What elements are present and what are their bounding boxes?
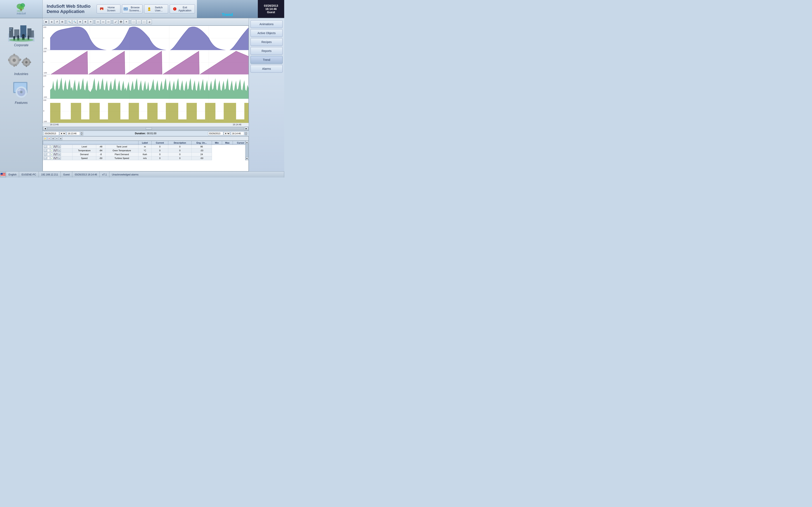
end-time-down-button[interactable]: ▼ xyxy=(245,134,247,135)
row-checkbox[interactable]: ✓ xyxy=(50,149,53,152)
edit-button[interactable]: 🖊 xyxy=(113,19,118,24)
table-scroll-down-button[interactable]: ▼ xyxy=(245,157,249,160)
reports-button[interactable]: Reports xyxy=(251,47,283,55)
language-label: English xyxy=(8,173,16,176)
row-2-label: Demand xyxy=(72,153,96,156)
row-2-eng_unit: Kwh xyxy=(138,153,151,156)
row-color-swatch xyxy=(47,149,50,152)
start-time-down-button[interactable]: ▼ xyxy=(81,134,83,135)
alarms-button[interactable]: Alarms xyxy=(251,65,283,73)
svg-point-13 xyxy=(148,7,150,9)
start-time-input[interactable] xyxy=(67,132,80,135)
svg-point-34 xyxy=(9,38,34,42)
row-0-min: 0 xyxy=(151,145,168,149)
status-language: English xyxy=(6,172,19,177)
row-settings-button[interactable]: … xyxy=(44,153,47,156)
exit-application-label: Exit Application xyxy=(178,6,192,12)
row-3-min: 0 xyxy=(151,156,168,160)
close-button[interactable]: ✕ xyxy=(88,19,93,24)
start-date-dropdown[interactable]: ▼ xyxy=(59,132,66,135)
svg-rect-40 xyxy=(13,54,15,56)
table-toolbar: 📁 ✕ ⚙ ✏ ⊕ xyxy=(43,136,249,141)
row-more-button[interactable]: ▷ xyxy=(58,145,61,148)
print-button[interactable]: 🖨 xyxy=(147,19,152,24)
table-edit-button[interactable]: ✏ xyxy=(55,137,58,140)
copy2-button[interactable]: ⬚ xyxy=(137,19,141,24)
zoom-out-button[interactable]: 🔍 xyxy=(72,19,77,24)
row-checkbox[interactable]: ✓ xyxy=(50,157,53,160)
delete-button[interactable]: ✕ xyxy=(124,19,129,24)
datetime-box: 03/26/2013 16:14:46 Guest xyxy=(258,0,284,18)
active-objects-button[interactable]: Active Objects xyxy=(251,29,283,37)
chart-panel-speed: 100 0 -100 xyxy=(43,99,249,123)
sidebar-item-features[interactable]: Features xyxy=(7,80,36,105)
row-3-max: 0 xyxy=(168,156,192,160)
industries-label: Industries xyxy=(14,72,28,76)
row-settings-button[interactable]: … xyxy=(44,157,47,160)
row-settings-button[interactable]: … xyxy=(44,149,47,152)
trend-label: Trend xyxy=(222,12,233,17)
home-screen-button[interactable]: Home Screen xyxy=(97,4,120,13)
scroll-thumb[interactable] xyxy=(146,127,152,129)
table-settings-button[interactable]: ⚙ xyxy=(51,137,55,140)
row-2-cursor: 24 xyxy=(192,153,212,156)
refresh-button[interactable]: ↺ xyxy=(54,19,59,24)
chart4-svg xyxy=(50,99,249,123)
zoom-in-button[interactable]: 🔍 xyxy=(67,19,72,24)
end-time-input[interactable] xyxy=(231,132,244,135)
time-labels: 16:13:46 16:14:46 xyxy=(43,123,249,126)
start-time-up-button[interactable]: ▲ xyxy=(81,132,83,133)
switch-user-button[interactable]: Switch User... xyxy=(144,4,168,13)
chart2-y-labels: 100 0 -100 xyxy=(43,50,50,74)
add-button[interactable]: ➕ xyxy=(118,19,123,24)
svg-rect-53 xyxy=(22,62,23,63)
panel3-button[interactable]: ▭ xyxy=(106,19,111,24)
copy3-button[interactable]: ⬚ xyxy=(142,19,147,24)
exit-application-button[interactable]: ! Exit Application xyxy=(170,4,195,13)
sidebar-item-corporate[interactable]: Corporate xyxy=(7,22,36,47)
row-1-controls: … ✓ ▷ xyxy=(43,149,72,153)
row-more-button[interactable]: ▷ xyxy=(58,157,61,160)
row-more-button[interactable]: ▷ xyxy=(58,153,61,156)
row-1-label: Temperature xyxy=(72,149,96,153)
pause-button[interactable]: ⏸ xyxy=(49,19,54,24)
svg-rect-25 xyxy=(10,30,10,31)
row-1-max: 0 xyxy=(168,149,192,153)
row-0-current: -48 xyxy=(96,145,105,149)
features-icon xyxy=(7,80,36,100)
play-button[interactable]: ▶ xyxy=(44,19,49,24)
datetime-inputs-row: ▼ ▲ ▼ Duration: 00:01:00 ▼ xyxy=(43,130,249,136)
chart-panel-demand: 100 0 -100 xyxy=(43,74,249,99)
row-checkbox[interactable]: ✓ xyxy=(50,145,53,148)
col-engunit: Eng. Un... xyxy=(192,141,212,145)
chart2-svg xyxy=(50,50,249,75)
recipes-button[interactable]: Recipes xyxy=(251,38,283,46)
scroll-right-button[interactable]: ▶ xyxy=(244,127,248,130)
animations-button[interactable]: Animations xyxy=(251,20,283,28)
copy1-button[interactable]: ⬚ xyxy=(131,19,136,24)
end-time-up-button[interactable]: ▲ xyxy=(245,132,247,133)
row-more-button[interactable]: ▷ xyxy=(58,149,61,152)
indusoft-logo-icon xyxy=(16,3,27,12)
trend-button[interactable]: Trend xyxy=(251,56,283,64)
end-date-dropdown[interactable]: ▼ xyxy=(224,132,230,135)
status-bar: ★★ English EUGENE-PC 192.168.12.211 Gues… xyxy=(0,171,284,177)
row-checkbox[interactable]: ✓ xyxy=(50,153,53,156)
end-date-input[interactable] xyxy=(208,132,223,135)
table-folder-button[interactable]: 📁 xyxy=(44,137,47,140)
panel2-button[interactable]: ▭ xyxy=(101,19,106,24)
table-add-row-button[interactable]: ⊕ xyxy=(59,137,62,140)
row-settings-button[interactable]: … xyxy=(44,145,47,148)
chart4-y-labels: 100 0 -100 xyxy=(43,99,50,123)
panel1-button[interactable]: ▭ xyxy=(95,19,100,24)
scroll-left-button[interactable]: ◀ xyxy=(43,127,47,130)
grid-button[interactable]: ⊞ xyxy=(60,19,64,24)
table-scroll-up-button[interactable]: ▲ xyxy=(245,141,249,144)
sidebar-item-industries[interactable]: Industries xyxy=(7,51,36,76)
start-date-input[interactable] xyxy=(44,132,59,135)
col-min: Min xyxy=(212,141,222,145)
zoom-fit-button[interactable]: ⊕ xyxy=(78,19,83,24)
zoom-select-button[interactable]: ⊕ xyxy=(83,19,88,24)
table-delete-button[interactable]: ✕ xyxy=(48,137,51,140)
browse-screens-button[interactable]: BrowseScreens... xyxy=(122,4,143,13)
